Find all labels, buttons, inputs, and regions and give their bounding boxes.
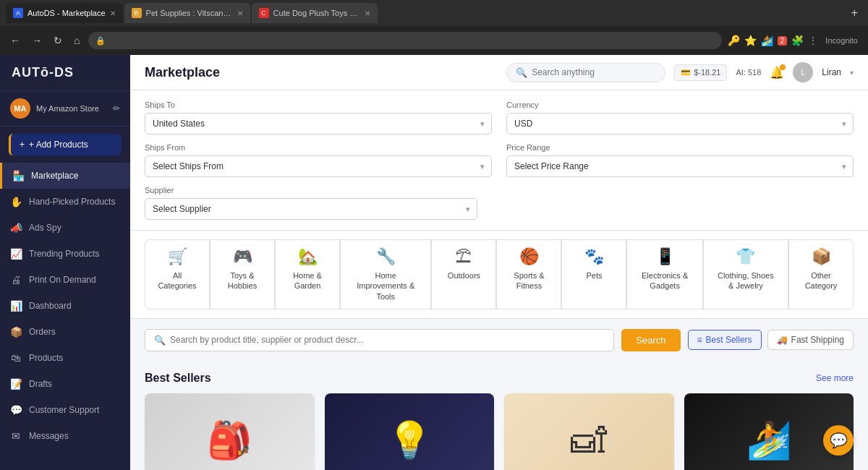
category-item-pets[interactable]: 🐾Pets xyxy=(561,239,626,309)
sidebar-item-products[interactable]: 🛍Products xyxy=(0,345,130,371)
search-button[interactable]: Search xyxy=(621,329,680,351)
ships-from-select[interactable]: Select Ships From xyxy=(145,155,492,177)
ships-to-select[interactable]: United States xyxy=(145,113,492,134)
home-button[interactable]: ⌂ xyxy=(71,32,82,49)
best-sellers-section: Best Sellers See more 🎒 Insulated Backpa… xyxy=(130,362,868,470)
currency-select[interactable]: USD xyxy=(506,113,854,134)
user-chevron-icon[interactable]: ▾ xyxy=(850,69,854,77)
tab-close-icon[interactable]: ✕ xyxy=(237,9,243,17)
logo: AUTō-DS xyxy=(0,55,130,91)
browser-tab-tab1[interactable]: AAutoDS - Marketplace✕ xyxy=(6,3,123,23)
global-search-box[interactable]: 🔍 xyxy=(506,63,665,82)
tab-close-icon[interactable]: ✕ xyxy=(110,9,116,17)
global-search-input[interactable] xyxy=(532,67,656,77)
category-icon-toys: 🎮 xyxy=(233,247,252,266)
nav-icon-support: 💬 xyxy=(10,404,22,416)
forward-button[interactable]: → xyxy=(29,32,45,49)
fast-shipping-icon: 🚚 xyxy=(777,335,788,345)
sidebar-item-ads-spy[interactable]: 📣Ads Spy xyxy=(0,215,130,241)
currency-select-wrapper: USD xyxy=(506,113,854,134)
browser-tab-tab2[interactable]: BPet Supplies : Vitscan Upgrade...✕ xyxy=(124,3,250,23)
browser-tab-tab3[interactable]: CCute Dog Plush Toys Pet Duck ...✕ xyxy=(252,3,378,23)
ships-to-select-wrapper: United States xyxy=(145,113,492,134)
topbar-right: 🔍 💳 $-18.21 AI: 518 🔔 L Liran ▾ xyxy=(506,62,854,82)
plus-icon: + xyxy=(20,140,25,150)
sidebar-item-print-demand[interactable]: 🖨Print On Demand xyxy=(0,267,130,293)
main-content: Marketplace 🔍 💳 $-18.21 AI: 518 🔔 L Lira… xyxy=(130,55,868,470)
add-products-button[interactable]: + + Add Products xyxy=(9,134,122,155)
category-label-pets: Pets xyxy=(586,270,602,281)
category-item-sports[interactable]: 🏀Sports & Fitness xyxy=(496,239,561,309)
sidebar-item-support[interactable]: 💬Customer Support xyxy=(0,397,130,423)
chat-bubble[interactable]: 💬 xyxy=(823,425,854,456)
user-store[interactable]: MA My Amazon Store ✏ xyxy=(0,91,130,127)
category-icon-home-garden: 🏡 xyxy=(298,247,318,266)
nav-label-orders: Orders xyxy=(29,327,56,337)
category-item-home-improvements[interactable]: 🔧Home Improvements & Tools xyxy=(340,239,431,309)
category-label-electronics: Electronics & Gadgets xyxy=(639,270,690,291)
bookmark-icon[interactable]: ⭐ xyxy=(744,35,757,46)
category-item-home-garden[interactable]: 🏡Home & Garden xyxy=(275,239,340,309)
nav-label-trending: Trending Products xyxy=(29,249,100,259)
section-header: Best Sellers See more xyxy=(145,372,854,385)
browser-chrome: AAutoDS - Marketplace✕BPet Supplies : Vi… xyxy=(0,0,868,26)
nav-icon-hand-picked: ✋ xyxy=(10,196,22,208)
price-range-label: Price Range xyxy=(506,143,854,152)
topbar: Marketplace 🔍 💳 $-18.21 AI: 518 🔔 L Lira… xyxy=(130,55,868,90)
sidebar-item-hand-picked[interactable]: ✋Hand-Picked Products xyxy=(0,189,130,215)
back-button[interactable]: ← xyxy=(7,32,23,49)
new-tab-button[interactable]: + xyxy=(847,7,862,20)
category-item-clothing[interactable]: 👕Clothing, Shoes & Jewelry xyxy=(703,239,788,309)
category-item-toys[interactable]: 🎮Toys & Hobbies xyxy=(210,239,275,309)
category-label-toys: Toys & Hobbies xyxy=(222,270,263,291)
ships-to-label: Ships To xyxy=(145,101,492,109)
product-card-p3[interactable]: 🛋 Pet Sofa Bed xyxy=(504,393,674,470)
supplier-select[interactable]: Select Supplier xyxy=(145,198,477,220)
nav-icon-trending: 📈 xyxy=(10,248,22,260)
product-search-input[interactable] xyxy=(170,335,605,345)
sidebar-item-marketplace[interactable]: 🏪Marketplace xyxy=(0,163,130,189)
extensions-icon[interactable]: 🧩 xyxy=(791,35,804,46)
sidebar-nav: 🏪Marketplace✋Hand-Picked Products📣Ads Sp… xyxy=(0,163,130,470)
sidebar-item-messages[interactable]: ✉Messages xyxy=(0,423,130,449)
product-search-icon: 🔍 xyxy=(154,335,166,346)
store-edit-icon[interactable]: ✏ xyxy=(113,103,120,114)
best-sellers-chip[interactable]: ≡ Best Sellers xyxy=(688,330,762,350)
category-label-outdoors: Outdoors xyxy=(448,270,480,281)
tab-close-icon[interactable]: ✕ xyxy=(365,9,370,17)
price-range-select[interactable]: Select Price Range xyxy=(506,155,854,177)
fast-shipping-chip[interactable]: 🚚 Fast Shipping xyxy=(767,330,854,350)
wallet-icon: 💳 xyxy=(681,68,691,77)
category-item-outdoors[interactable]: ⛱Outdoors xyxy=(431,239,496,309)
best-sellers-chip-label: Best Sellers xyxy=(706,335,752,345)
category-icon-sports: 🏀 xyxy=(519,247,539,266)
filter-chips: ≡ Best Sellers 🚚 Fast Shipping xyxy=(688,330,854,350)
product-card-p1[interactable]: 🎒 Insulated Backpack Cooler Bag xyxy=(145,393,315,470)
sidebar-item-drafts[interactable]: 📝Drafts xyxy=(0,371,130,397)
settings-icon[interactable]: ⋮ xyxy=(808,35,818,46)
price-range-group: Price Range Select Price Range xyxy=(506,143,854,177)
product-emoji-p1: 🎒 xyxy=(207,419,252,461)
add-products-label: + Add Products xyxy=(29,140,88,150)
currency-group: Currency USD xyxy=(506,101,854,134)
product-search-box[interactable]: 🔍 xyxy=(145,329,614,351)
category-item-electronics[interactable]: 📱Electronics & Gadgets xyxy=(626,239,702,309)
sidebar-item-trending[interactable]: 📈Trending Products xyxy=(0,241,130,267)
filter-row-3: Supplier Select Supplier xyxy=(145,186,854,220)
key-icon[interactable]: 🔑 xyxy=(728,35,740,46)
supplier-label: Supplier xyxy=(145,186,477,195)
profile-icon[interactable]: 🏄 xyxy=(761,35,773,46)
address-bar[interactable]: 🔒 platform.autods.com/marketplace xyxy=(88,32,721,49)
category-item-other[interactable]: 📦Other Category xyxy=(788,239,854,309)
nav-label-dashboard: Dashboard xyxy=(29,301,72,311)
sidebar-item-orders[interactable]: 📦Orders xyxy=(0,319,130,345)
see-more-link[interactable]: See more xyxy=(816,373,854,383)
sidebar-item-dashboard[interactable]: 📊Dashboard xyxy=(0,293,130,319)
filter-row-1: Ships To United States Currency USD xyxy=(145,101,854,134)
category-item-all[interactable]: 🛒All Categories xyxy=(145,239,210,309)
nav-icon-orders: 📦 xyxy=(10,326,22,338)
address-input[interactable]: platform.autods.com/marketplace xyxy=(110,35,714,46)
product-card-p2[interactable]: 💡 GOVLUP LED Strip Lights xyxy=(325,393,495,470)
nav-icon-marketplace: 🏪 xyxy=(12,170,24,181)
reload-button[interactable]: ↻ xyxy=(51,32,65,49)
